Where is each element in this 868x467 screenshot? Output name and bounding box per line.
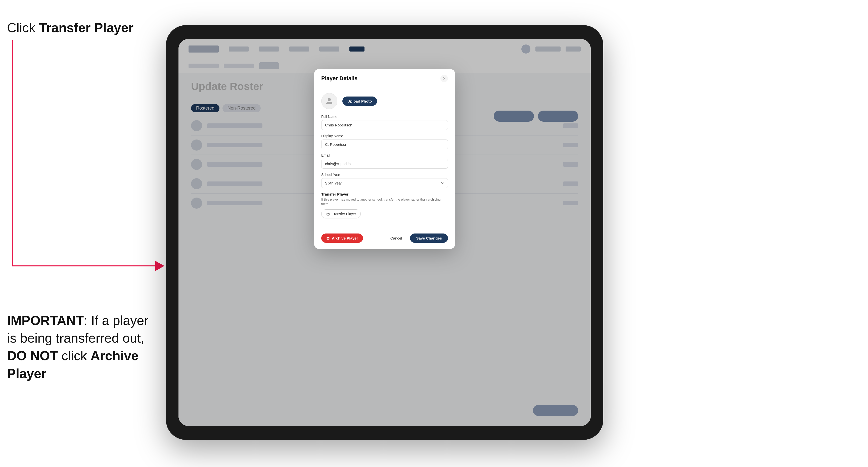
display-name-input[interactable] <box>321 139 448 149</box>
modal-title: Player Details <box>321 75 358 82</box>
archive-player-button[interactable]: Archive Player <box>321 234 363 243</box>
arrow-vertical <box>12 40 13 267</box>
email-input[interactable] <box>321 159 448 169</box>
instruction-text-bold: Transfer Player <box>39 20 133 35</box>
upload-photo-button[interactable]: Upload Photo <box>342 96 377 106</box>
instruction-click: click <box>58 348 91 363</box>
modal-body: Upload Photo Full Name Display Name <box>314 87 455 229</box>
modal-overlay: Player Details × Upload Photo <box>179 39 591 426</box>
tablet-device: Update Roster Rostered Non-Rostered <box>166 25 603 440</box>
instruction-bottom: IMPORTANT: If a player is being transfer… <box>7 312 153 382</box>
cancel-button[interactable]: Cancel <box>385 234 407 243</box>
avatar-circle <box>321 93 337 109</box>
instruction-text-prefix: Click <box>7 20 39 35</box>
archive-button-label: Archive Player <box>332 236 358 240</box>
arrow-horizontal <box>12 266 160 267</box>
transfer-button-label: Transfer Player <box>332 212 356 216</box>
arrow-head <box>155 261 164 271</box>
modal-header: Player Details × <box>314 69 455 87</box>
tablet-screen: Update Roster Rostered Non-Rostered <box>179 39 591 426</box>
instruction-top: Click Transfer Player <box>7 20 133 35</box>
full-name-input[interactable] <box>321 120 448 130</box>
display-name-group: Display Name <box>321 134 448 149</box>
save-changes-button[interactable]: Save Changes <box>410 234 448 243</box>
archive-icon <box>326 237 330 240</box>
transfer-label: Transfer Player <box>321 192 448 196</box>
school-year-select[interactable]: First Year Second Year Third Year Fourth… <box>321 178 448 188</box>
school-year-label: School Year <box>321 173 448 177</box>
transfer-section: Transfer Player If this player has moved… <box>321 192 448 218</box>
transfer-description: If this player has moved to another scho… <box>321 197 448 206</box>
display-name-label: Display Name <box>321 134 448 138</box>
school-year-group: School Year First Year Second Year Third… <box>321 173 448 188</box>
player-details-modal: Player Details × Upload Photo <box>314 69 455 249</box>
instruction-do-not: DO NOT <box>7 348 58 363</box>
email-label: Email <box>321 153 448 157</box>
transfer-icon <box>326 212 330 216</box>
transfer-player-button[interactable]: Transfer Player <box>321 209 361 218</box>
photo-upload-area: Upload Photo <box>321 93 448 109</box>
instruction-important: IMPORTANT <box>7 313 84 328</box>
full-name-group: Full Name <box>321 115 448 130</box>
modal-footer: Archive Player Cancel Save Changes <box>314 229 455 249</box>
modal-close-button[interactable]: × <box>440 75 448 82</box>
email-group: Email <box>321 153 448 169</box>
full-name-label: Full Name <box>321 115 448 119</box>
user-icon <box>326 97 333 105</box>
